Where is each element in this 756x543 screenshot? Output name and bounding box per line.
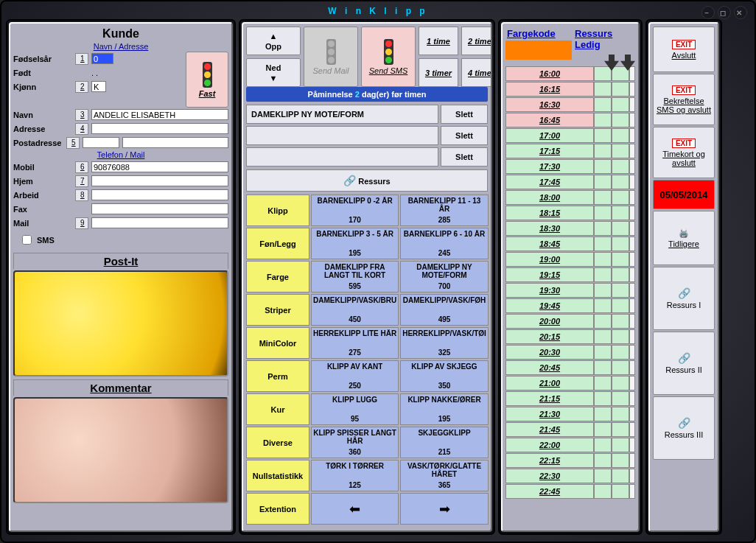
ledig-cell[interactable] xyxy=(594,314,612,329)
ledig-cell[interactable] xyxy=(612,159,629,174)
ledig-cell[interactable] xyxy=(612,345,629,360)
ledig-cell[interactable] xyxy=(612,221,629,236)
opp-button[interactable]: ▲Opp xyxy=(246,27,301,55)
time-slot[interactable]: 18:00 xyxy=(505,190,594,205)
time-slot[interactable]: 17:15 xyxy=(505,144,594,158)
ledig-cell[interactable] xyxy=(612,391,629,406)
index-8[interactable]: 8 xyxy=(75,189,88,201)
ledig-cell[interactable] xyxy=(629,314,635,329)
ledig-cell[interactable] xyxy=(612,314,629,329)
time-slot[interactable]: 17:00 xyxy=(505,128,594,143)
slett-1[interactable]: Slett xyxy=(441,126,488,145)
time-slot[interactable]: 17:30 xyxy=(505,159,594,174)
ledig-cell[interactable] xyxy=(612,422,629,437)
ledig-cell[interactable] xyxy=(612,175,629,189)
service-cell[interactable]: TØRK I TØRRER125 xyxy=(311,460,399,491)
ledig-cell[interactable] xyxy=(594,66,612,81)
service-cell[interactable]: DAMEKLIPP/VASK/BRU450 xyxy=(311,294,399,326)
time-slot[interactable]: 20:00 xyxy=(505,314,594,329)
service-cell[interactable]: BARNEKLIPP 6 - 10 ÅR245 xyxy=(400,228,489,259)
time-slot[interactable]: 20:45 xyxy=(505,360,594,375)
ledig-cell[interactable] xyxy=(612,206,629,220)
ledig-cell[interactable] xyxy=(629,422,635,437)
ledig-cell[interactable] xyxy=(594,252,612,267)
ressurs-bar[interactable]: 🔗 Ressurs xyxy=(246,169,488,192)
ledig-cell[interactable] xyxy=(594,221,612,236)
time-slot[interactable]: 22:15 xyxy=(505,453,594,468)
input-hjem[interactable] xyxy=(91,175,228,186)
ledig-cell[interactable] xyxy=(594,283,612,298)
service-cell[interactable]: BARNEKLIPP 11 - 13 ÅR285 xyxy=(400,195,489,226)
time-slot[interactable]: 20:15 xyxy=(505,329,594,344)
fast-button[interactable]: Fast xyxy=(186,52,228,108)
bekreft-sms-button[interactable]: EXITBekreftelse SMS og avslutt xyxy=(653,74,715,125)
ressurs-2-button[interactable]: 🔗Ressurs II xyxy=(653,332,715,395)
time-slot[interactable]: 21:45 xyxy=(505,422,594,437)
service-row-0[interactable]: DAMEKLIPP NY MOTE/FORM xyxy=(246,105,438,124)
ledig-cell[interactable] xyxy=(629,128,635,143)
ledig-cell[interactable] xyxy=(629,221,635,236)
ledig-cell[interactable] xyxy=(612,329,629,344)
time-slot[interactable]: 21:15 xyxy=(505,391,594,406)
time-slot[interactable]: 21:00 xyxy=(505,376,594,390)
avslutt-button[interactable]: EXITAvslutt xyxy=(653,27,715,72)
ledig-cell[interactable] xyxy=(629,469,635,483)
ledig-cell[interactable] xyxy=(594,360,612,375)
ledig-cell[interactable] xyxy=(594,267,612,282)
fargekode-swatch[interactable] xyxy=(505,41,572,60)
index-9[interactable]: 9 xyxy=(75,217,88,229)
ledig-cell[interactable] xyxy=(629,345,635,360)
category-2[interactable]: Farge xyxy=(246,261,309,292)
service-row-1[interactable] xyxy=(246,126,438,145)
ledig-cell[interactable] xyxy=(612,484,629,499)
category-1[interactable]: Føn/Legg xyxy=(246,228,309,259)
index-6[interactable]: 6 xyxy=(75,161,88,173)
index-5[interactable]: 5 xyxy=(66,137,80,149)
ledig-cell[interactable] xyxy=(612,144,629,158)
category-4[interactable]: MiniColor xyxy=(246,327,309,359)
ledig-cell[interactable] xyxy=(629,190,635,205)
ledig-cell[interactable] xyxy=(594,128,612,143)
ledig-cell[interactable] xyxy=(594,484,612,499)
ledig-cell[interactable] xyxy=(612,97,629,112)
service-row-2[interactable] xyxy=(246,147,438,167)
time-slot[interactable]: 22:45 xyxy=(505,484,594,499)
index-3[interactable]: 3 xyxy=(75,109,88,121)
ledig-cell[interactable] xyxy=(629,484,635,499)
ledig-cell[interactable] xyxy=(629,407,635,421)
timer-3[interactable]: 3 timer xyxy=(419,58,458,87)
service-cell[interactable]: KLIPP AV SKJEGG350 xyxy=(400,360,489,392)
ledig-cell[interactable] xyxy=(594,407,612,421)
ledig-cell[interactable] xyxy=(594,376,612,390)
ledig-cell[interactable] xyxy=(594,82,612,97)
tidligere-button[interactable]: 🖨️Tidligere xyxy=(653,211,715,265)
ledig-cell[interactable] xyxy=(594,298,612,313)
service-cell[interactable]: KLIPP LUGG95 xyxy=(311,393,399,425)
input-fodselsar[interactable] xyxy=(91,53,113,64)
ledig-cell[interactable] xyxy=(612,360,629,375)
category-0[interactable]: Klipp xyxy=(246,195,309,226)
ledig-cell[interactable] xyxy=(612,453,629,468)
kommentar-area[interactable] xyxy=(13,397,228,503)
time-slot[interactable]: 16:45 xyxy=(505,113,594,127)
service-cell[interactable]: HERREKLIPP/VASK/TØI325 xyxy=(400,327,489,359)
timer-2[interactable]: 2 timer xyxy=(461,27,492,55)
slett-2[interactable]: Slett xyxy=(441,147,488,167)
ledig-cell[interactable] xyxy=(612,438,629,452)
send-sms-button[interactable]: Send SMS xyxy=(361,27,416,87)
time-slot[interactable]: 19:45 xyxy=(505,298,594,313)
ledig-cell[interactable] xyxy=(612,267,629,282)
slett-0[interactable]: Slett xyxy=(441,105,488,124)
service-cell[interactable]: DAMEKLIPP/VASK/FØH495 xyxy=(400,294,489,326)
time-slot[interactable]: 17:45 xyxy=(505,175,594,189)
ledig-cell[interactable] xyxy=(594,144,612,158)
index-7[interactable]: 7 xyxy=(75,175,88,187)
ledig-cell[interactable] xyxy=(612,469,629,483)
ledig-cell[interactable] xyxy=(629,438,635,452)
ned-button[interactable]: Ned▼ xyxy=(246,58,301,87)
time-slot[interactable]: 16:15 xyxy=(505,82,594,97)
ledig-cell[interactable] xyxy=(629,113,635,127)
service-cell[interactable]: DAMEKLIPP FRA LANGT TIL KORT595 xyxy=(311,261,399,292)
ledig-cell[interactable] xyxy=(612,113,629,127)
service-cell[interactable]: KLIPP NAKKE/ØRER195 xyxy=(400,393,489,425)
